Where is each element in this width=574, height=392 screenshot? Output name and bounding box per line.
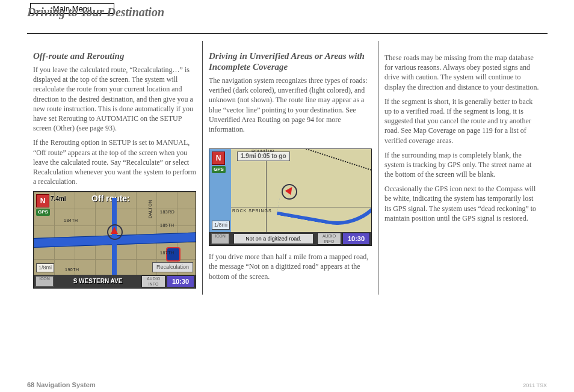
map-icon-button[interactable]: ICON [211, 233, 229, 244]
page-footer-left: 68 Navigation System [27, 381, 96, 388]
recalculation-button[interactable]: Recalculation [152, 262, 193, 272]
col3-p1: These roads may be missing from the map … [384, 53, 542, 92]
scale-badge: 1/8mi [212, 221, 230, 230]
off-route-title: Off route: [91, 194, 130, 203]
nav-screenshot-not-digitized: N GPS ROUND UP 1.9mi 0:05 to go ROCK SPR… [209, 149, 372, 246]
audio-info-button[interactable]: AUDIO INFO [141, 275, 165, 287]
manual-page: Main Menu Driving to Your Destination Of… [0, 0, 574, 392]
rock-springs-label: ROCK SPRINGS [232, 209, 272, 213]
street-185: 185TH [160, 223, 174, 228]
page-footer-right: 2011 TSX [523, 382, 547, 388]
section-title: Driving to Your Destination [27, 5, 164, 19]
three-column-body: Off-route and Rerouting If you leave the… [27, 41, 548, 295]
col1-p1: If you leave the calculated route, “Reca… [33, 65, 196, 133]
col1-p2: If the Rerouting option in SETUP is set … [33, 138, 196, 186]
col3-p3: If the surrounding map is completely bla… [384, 150, 542, 180]
distance-time-to-go: 1.9mi 0:05 to go [237, 152, 290, 161]
current-street-name: S WESTERN AVE [55, 278, 140, 285]
column-2: Driving in Unverified Areas or Areas wit… [202, 41, 378, 295]
nav-screenshot-off-route: N GPS 7.4mi Off route: 183RD 184TH 185TH… [33, 191, 196, 289]
compass-icon: N [36, 194, 49, 207]
bottom-bar: ICON Not on a digitized road. AUDIO INFO… [209, 232, 371, 245]
street-190: 190TH [65, 268, 79, 272]
col3-p4: Occasionally the GPS icon next to the Co… [384, 184, 542, 223]
map-icon-button[interactable]: ICON [35, 276, 54, 287]
road-vertical [266, 149, 267, 232]
gps-badge: GPS [212, 166, 226, 173]
gps-badge: GPS [36, 209, 50, 216]
clock-display: 10:30 [167, 275, 194, 287]
street-187: 187TH [160, 251, 174, 256]
column-3: These roads may be missing from the map … [378, 41, 548, 295]
clock-display: 10:30 [342, 233, 370, 245]
col3-p2: If the segment is short, it is generally… [384, 97, 542, 145]
street-dalton: DALTON [148, 200, 153, 219]
heading-offroute: Off-route and Rerouting [33, 51, 196, 61]
scale-badge: 1/8mi [36, 263, 54, 272]
compass-icon: N [212, 152, 225, 165]
not-digitized-message: Not on a digitized road. [233, 233, 313, 244]
col2-p1: The navigation system recognizes three t… [209, 76, 372, 134]
distance-to-dest: 7.4mi [51, 195, 66, 203]
street-184: 184TH [64, 218, 78, 223]
bottom-bar: ICON S WESTERN AVE AUDIO INFO 10:30 [34, 275, 196, 288]
col2-p2: If you drive more than half a mile from … [209, 252, 372, 281]
horizontal-rule [27, 33, 548, 34]
column-1: Off-route and Rerouting If you leave the… [27, 41, 202, 295]
heading-unverified: Driving in Unverified Areas or Areas wit… [209, 51, 372, 72]
street-183: 183RD [160, 210, 174, 215]
audio-info-button[interactable]: AUDIO INFO [317, 233, 341, 245]
vehicle-arrow-icon [111, 227, 118, 234]
